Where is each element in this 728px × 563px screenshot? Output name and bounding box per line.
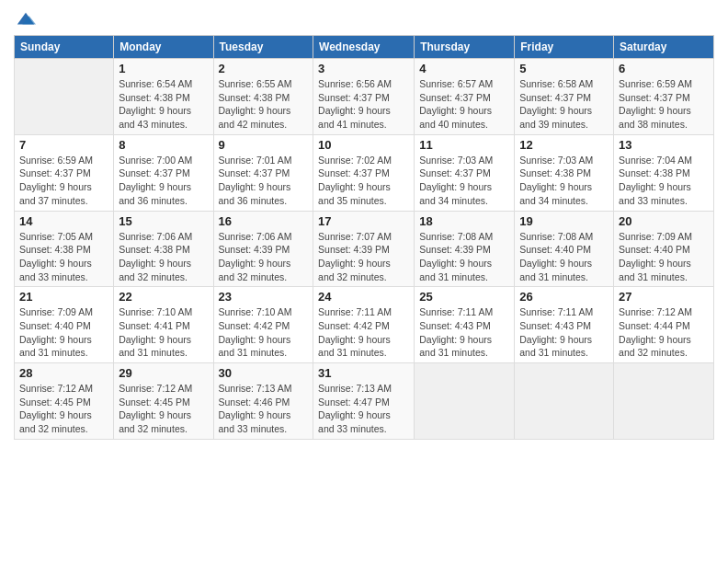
day-info: Sunrise: 7:12 AMSunset: 4:45 PMDaylight:… bbox=[19, 382, 108, 436]
calendar-cell: 24Sunrise: 7:11 AMSunset: 4:42 PMDayligh… bbox=[313, 287, 415, 363]
calendar-cell: 20Sunrise: 7:09 AMSunset: 4:40 PMDayligh… bbox=[614, 211, 714, 287]
day-info: Sunrise: 7:02 AMSunset: 4:37 PMDaylight:… bbox=[318, 154, 409, 208]
calendar-week-row: 7Sunrise: 6:59 AMSunset: 4:37 PMDaylight… bbox=[15, 134, 714, 211]
day-number: 23 bbox=[219, 290, 309, 304]
day-info: Sunrise: 6:55 AMSunset: 4:38 PMDaylight:… bbox=[219, 77, 309, 132]
day-number: 28 bbox=[19, 366, 108, 380]
day-number: 18 bbox=[419, 214, 509, 228]
day-number: 19 bbox=[519, 214, 609, 228]
day-of-week-header: Saturday bbox=[614, 36, 714, 59]
day-number: 10 bbox=[318, 138, 409, 152]
day-number: 7 bbox=[19, 138, 108, 152]
calendar-cell: 18Sunrise: 7:08 AMSunset: 4:39 PMDayligh… bbox=[415, 211, 515, 287]
calendar-cell: 21Sunrise: 7:09 AMSunset: 4:40 PMDayligh… bbox=[15, 287, 114, 363]
day-number: 16 bbox=[219, 214, 309, 228]
calendar-cell bbox=[515, 363, 614, 440]
calendar-cell: 3Sunrise: 6:56 AMSunset: 4:37 PMDaylight… bbox=[313, 59, 415, 135]
day-of-week-header: Thursday bbox=[415, 36, 515, 59]
calendar-cell: 16Sunrise: 7:06 AMSunset: 4:39 PMDayligh… bbox=[213, 211, 313, 287]
day-info: Sunrise: 7:05 AMSunset: 4:38 PMDaylight:… bbox=[19, 230, 108, 284]
calendar-cell: 10Sunrise: 7:02 AMSunset: 4:37 PMDayligh… bbox=[313, 134, 415, 211]
day-info: Sunrise: 7:06 AMSunset: 4:39 PMDaylight:… bbox=[219, 230, 309, 284]
day-number: 3 bbox=[318, 62, 409, 75]
calendar-cell: 9Sunrise: 7:01 AMSunset: 4:37 PMDaylight… bbox=[213, 134, 313, 211]
calendar-cell bbox=[15, 59, 114, 135]
day-number: 30 bbox=[219, 366, 309, 380]
day-number: 20 bbox=[619, 214, 709, 228]
day-number: 1 bbox=[119, 62, 208, 75]
page-container: SundayMondayTuesdayWednesdayThursdayFrid… bbox=[0, 0, 728, 449]
calendar-cell: 13Sunrise: 7:04 AMSunset: 4:38 PMDayligh… bbox=[614, 134, 714, 211]
calendar-cell: 12Sunrise: 7:03 AMSunset: 4:38 PMDayligh… bbox=[515, 134, 614, 211]
day-number: 5 bbox=[519, 62, 609, 75]
calendar-cell: 1Sunrise: 6:54 AMSunset: 4:38 PMDaylight… bbox=[114, 59, 213, 135]
day-info: Sunrise: 7:06 AMSunset: 4:38 PMDaylight:… bbox=[119, 230, 208, 284]
calendar-cell: 27Sunrise: 7:12 AMSunset: 4:44 PMDayligh… bbox=[614, 287, 714, 363]
calendar-cell: 30Sunrise: 7:13 AMSunset: 4:46 PMDayligh… bbox=[213, 363, 313, 440]
logo bbox=[14, 9, 36, 29]
day-number: 4 bbox=[419, 62, 509, 75]
calendar-cell: 6Sunrise: 6:59 AMSunset: 4:37 PMDaylight… bbox=[614, 59, 714, 135]
calendar-week-row: 21Sunrise: 7:09 AMSunset: 4:40 PMDayligh… bbox=[15, 287, 714, 363]
day-number: 27 bbox=[619, 290, 709, 304]
calendar-cell: 11Sunrise: 7:03 AMSunset: 4:37 PMDayligh… bbox=[415, 134, 515, 211]
day-number: 6 bbox=[619, 62, 709, 75]
day-info: Sunrise: 7:03 AMSunset: 4:37 PMDaylight:… bbox=[419, 154, 509, 208]
calendar-cell: 8Sunrise: 7:00 AMSunset: 4:37 PMDaylight… bbox=[114, 134, 213, 211]
day-info: Sunrise: 7:12 AMSunset: 4:45 PMDaylight:… bbox=[119, 382, 208, 436]
day-info: Sunrise: 6:56 AMSunset: 4:37 PMDaylight:… bbox=[318, 77, 409, 132]
day-info: Sunrise: 7:11 AMSunset: 4:43 PMDaylight:… bbox=[419, 305, 509, 360]
calendar-cell: 28Sunrise: 7:12 AMSunset: 4:45 PMDayligh… bbox=[15, 363, 114, 440]
calendar-week-row: 28Sunrise: 7:12 AMSunset: 4:45 PMDayligh… bbox=[15, 363, 714, 440]
logo-icon bbox=[16, 9, 36, 29]
day-info: Sunrise: 7:03 AMSunset: 4:38 PMDaylight:… bbox=[519, 154, 609, 208]
day-of-week-header: Monday bbox=[114, 36, 213, 59]
calendar-cell: 15Sunrise: 7:06 AMSunset: 4:38 PMDayligh… bbox=[114, 211, 213, 287]
day-info: Sunrise: 6:57 AMSunset: 4:37 PMDaylight:… bbox=[419, 77, 509, 132]
calendar-cell: 5Sunrise: 6:58 AMSunset: 4:37 PMDaylight… bbox=[515, 59, 614, 135]
day-info: Sunrise: 7:10 AMSunset: 4:41 PMDaylight:… bbox=[119, 305, 208, 360]
day-info: Sunrise: 6:59 AMSunset: 4:37 PMDaylight:… bbox=[19, 154, 108, 208]
day-number: 15 bbox=[119, 214, 208, 228]
day-info: Sunrise: 7:13 AMSunset: 4:46 PMDaylight:… bbox=[219, 382, 309, 436]
day-number: 25 bbox=[419, 290, 509, 304]
day-info: Sunrise: 7:01 AMSunset: 4:37 PMDaylight:… bbox=[219, 154, 309, 208]
day-info: Sunrise: 6:54 AMSunset: 4:38 PMDaylight:… bbox=[119, 77, 208, 132]
day-number: 13 bbox=[619, 138, 709, 152]
day-of-week-header: Friday bbox=[515, 36, 614, 59]
day-info: Sunrise: 7:13 AMSunset: 4:47 PMDaylight:… bbox=[318, 382, 409, 436]
day-info: Sunrise: 7:09 AMSunset: 4:40 PMDaylight:… bbox=[619, 230, 709, 284]
day-info: Sunrise: 7:00 AMSunset: 4:37 PMDaylight:… bbox=[119, 154, 208, 208]
day-number: 12 bbox=[519, 138, 609, 152]
day-number: 21 bbox=[19, 290, 108, 304]
calendar-cell: 17Sunrise: 7:07 AMSunset: 4:39 PMDayligh… bbox=[313, 211, 415, 287]
day-number: 9 bbox=[219, 138, 309, 152]
day-info: Sunrise: 6:58 AMSunset: 4:37 PMDaylight:… bbox=[519, 77, 609, 132]
day-info: Sunrise: 7:11 AMSunset: 4:42 PMDaylight:… bbox=[318, 305, 409, 360]
calendar-cell: 7Sunrise: 6:59 AMSunset: 4:37 PMDaylight… bbox=[15, 134, 114, 211]
day-number: 26 bbox=[519, 290, 609, 304]
day-info: Sunrise: 7:08 AMSunset: 4:40 PMDaylight:… bbox=[519, 230, 609, 284]
day-info: Sunrise: 7:08 AMSunset: 4:39 PMDaylight:… bbox=[419, 230, 509, 284]
calendar-table: SundayMondayTuesdayWednesdayThursdayFrid… bbox=[14, 35, 714, 440]
calendar-cell: 4Sunrise: 6:57 AMSunset: 4:37 PMDaylight… bbox=[415, 59, 515, 135]
calendar-week-row: 1Sunrise: 6:54 AMSunset: 4:38 PMDaylight… bbox=[15, 59, 714, 135]
day-info: Sunrise: 6:59 AMSunset: 4:37 PMDaylight:… bbox=[619, 77, 709, 132]
day-info: Sunrise: 7:09 AMSunset: 4:40 PMDaylight:… bbox=[19, 305, 108, 360]
day-number: 22 bbox=[119, 290, 208, 304]
calendar-cell: 19Sunrise: 7:08 AMSunset: 4:40 PMDayligh… bbox=[515, 211, 614, 287]
calendar-cell: 29Sunrise: 7:12 AMSunset: 4:45 PMDayligh… bbox=[114, 363, 213, 440]
calendar-cell: 22Sunrise: 7:10 AMSunset: 4:41 PMDayligh… bbox=[114, 287, 213, 363]
day-number: 11 bbox=[419, 138, 509, 152]
day-info: Sunrise: 7:07 AMSunset: 4:39 PMDaylight:… bbox=[318, 230, 409, 284]
day-info: Sunrise: 7:10 AMSunset: 4:42 PMDaylight:… bbox=[219, 305, 309, 360]
day-info: Sunrise: 7:12 AMSunset: 4:44 PMDaylight:… bbox=[619, 305, 709, 360]
calendar-cell: 26Sunrise: 7:11 AMSunset: 4:43 PMDayligh… bbox=[515, 287, 614, 363]
calendar-cell bbox=[614, 363, 714, 440]
day-number: 29 bbox=[119, 366, 208, 380]
day-number: 2 bbox=[219, 62, 309, 75]
header bbox=[14, 9, 714, 29]
calendar-cell: 25Sunrise: 7:11 AMSunset: 4:43 PMDayligh… bbox=[415, 287, 515, 363]
day-info: Sunrise: 7:04 AMSunset: 4:38 PMDaylight:… bbox=[619, 154, 709, 208]
day-of-week-header: Sunday bbox=[15, 36, 114, 59]
